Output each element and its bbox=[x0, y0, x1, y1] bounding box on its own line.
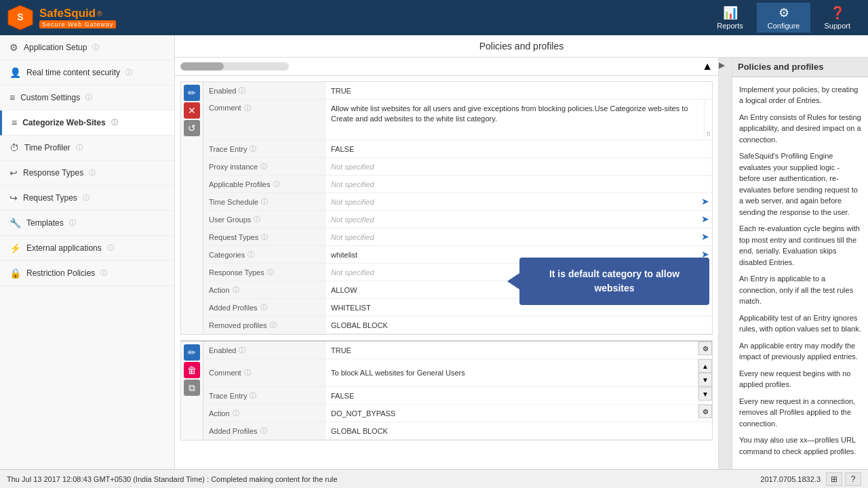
reports-icon: 📊 bbox=[723, 5, 738, 20]
nav-support[interactable]: ❓ Support bbox=[813, 3, 861, 33]
entry2-field-comment: Comment ⓘ To block ALL websites for Gene… bbox=[203, 359, 712, 387]
app-subtitle: Secure Web Gateway bbox=[39, 20, 116, 28]
main-panel: ▲ ✏ ✕ ↺ Enabled bbox=[175, 58, 719, 469]
entry2-enabled-value: TRUE bbox=[326, 342, 698, 359]
entry2-added-profiles-value: GLOBAL BLOCK bbox=[326, 422, 712, 439]
time-profiler-icon: ⏱ bbox=[9, 142, 19, 153]
custom-info: ⓘ bbox=[85, 93, 92, 102]
field-user-groups: User Groups ⓘ Not specified ➤ bbox=[203, 211, 712, 228]
sidebar-item-templates-label: Templates bbox=[26, 218, 64, 228]
field-trace-entry: Trace Entry ⓘ FALSE bbox=[203, 140, 712, 158]
logo: S SafeSquid ® Secure Web Gateway bbox=[7, 4, 116, 31]
sidebar: ⚙ Application Setup ⓘ 👤 Real time conten… bbox=[0, 35, 175, 469]
app-registered: ® bbox=[97, 10, 102, 18]
custom-icon: ≡ bbox=[9, 92, 15, 103]
action-label: Action bbox=[209, 286, 230, 294]
templates-info: ⓘ bbox=[69, 218, 76, 228]
sidebar-item-time-profiler[interactable]: ⏱ Time Profiler ⓘ bbox=[0, 136, 174, 161]
app-setup-icon: ⚙ bbox=[9, 42, 18, 53]
sidebar-item-external-apps[interactable]: ⚡ External applications ⓘ bbox=[0, 236, 174, 261]
status-icon-1[interactable]: ⊞ bbox=[826, 472, 842, 486]
help-p4: Each re-evaluation cycle begins with top… bbox=[739, 223, 861, 268]
entry-2-copy-btn[interactable]: ⧉ bbox=[184, 380, 200, 396]
sidebar-item-request-types-label: Request Types bbox=[23, 193, 77, 203]
entry-1-edit-btn[interactable]: ✏ bbox=[184, 85, 200, 101]
entry-2-delete-btn[interactable]: 🗑 bbox=[184, 362, 200, 378]
restriction-info: ⓘ bbox=[100, 268, 107, 278]
entry2-action-value: DO_NOT_BYPASS bbox=[326, 405, 698, 422]
sidebar-item-restriction[interactable]: 🔒 Restriction Policies ⓘ bbox=[0, 261, 174, 286]
entry2-enabled-controls: ⚙ bbox=[698, 342, 712, 359]
realtime-icon: 👤 bbox=[9, 67, 21, 78]
collapse-icon[interactable]: ▲ bbox=[702, 60, 713, 72]
entry2-action-scroll: ⚙ bbox=[698, 405, 712, 422]
time-profiler-info: ⓘ bbox=[76, 143, 83, 152]
sidebar-item-response-types[interactable]: ↩ Response Types ⓘ bbox=[0, 161, 174, 186]
entry2-trace-value: FALSE bbox=[326, 387, 698, 404]
help-p6: Applicability test of an Entry ignores r… bbox=[739, 312, 861, 335]
sidebar-item-request-types[interactable]: ↪ Request Types ⓘ bbox=[0, 186, 174, 211]
entry-1-actions: ✏ ✕ ↺ bbox=[181, 82, 203, 334]
entry2-scroll-settings[interactable]: ⚙ bbox=[698, 405, 712, 418]
sidebar-toggle-icon[interactable]: ▶ bbox=[719, 60, 725, 70]
entry-1-delete-btn[interactable]: ✕ bbox=[184, 102, 200, 119]
entry2-comment-label: Comment bbox=[209, 369, 241, 377]
sidebar-item-app-setup[interactable]: ⚙ Application Setup ⓘ bbox=[0, 35, 174, 60]
scroll-indicator bbox=[180, 62, 289, 70]
sidebar-item-custom[interactable]: ≡ Custom Settings ⓘ bbox=[0, 85, 174, 110]
status-bar: Thu Jul 13 2017 12:08:43 GMT+0530 (India… bbox=[0, 469, 868, 488]
logo-icon: S bbox=[7, 4, 34, 31]
nav-configure[interactable]: ⚙ Configure bbox=[757, 3, 811, 33]
request-types-info: ⓘ bbox=[83, 193, 90, 203]
user-groups-value: Not specified bbox=[326, 211, 698, 228]
time-schedule-label: Time Schedule bbox=[209, 198, 258, 206]
entry-2-fields: Enabled ⓘ TRUE ⚙ Comment ⓘ bbox=[203, 342, 712, 440]
help-p2: An Entry consists of Rules for testing a… bbox=[739, 112, 861, 146]
enabled-label: Enabled bbox=[209, 87, 236, 95]
sidebar-item-templates[interactable]: 🔧 Templates ⓘ bbox=[0, 211, 174, 236]
proxy-instance-value: Not specified bbox=[326, 158, 712, 175]
nav-configure-label: Configure bbox=[768, 22, 800, 30]
tooltip-bubble: It is default category to allow websites bbox=[519, 258, 709, 305]
sidebar-toggle[interactable]: ▶ bbox=[719, 58, 732, 469]
entry2-comment-value: To block ALL websites for General Users bbox=[326, 359, 698, 386]
time-schedule-value: Not specified bbox=[326, 193, 698, 210]
proxy-instance-label: Proxy instance bbox=[209, 163, 258, 171]
entry2-scroll-down3[interactable]: ▼ bbox=[698, 387, 712, 401]
entry2-trace-label: Trace Entry bbox=[209, 392, 247, 400]
field-time-schedule: Time Schedule ⓘ Not specified ➤ bbox=[203, 193, 712, 211]
request-types-label: Request Types bbox=[209, 233, 258, 241]
help-p8: Every new request begins with no applied… bbox=[739, 368, 861, 390]
collapse-control[interactable]: ▲ bbox=[702, 60, 713, 73]
status-icon-2[interactable]: ? bbox=[845, 472, 861, 486]
help-p9: Every new request in a connection, remov… bbox=[739, 396, 861, 430]
removed-profiles-value: GLOBAL BLOCK bbox=[326, 317, 712, 333]
entry2-scroll-up2[interactable]: ▲ bbox=[698, 359, 712, 373]
content-title: Policies and profiles bbox=[175, 35, 868, 58]
configure-icon: ⚙ bbox=[778, 5, 789, 20]
field-removed-profiles: Removed profiles ⓘ GLOBAL BLOCK bbox=[203, 317, 712, 334]
app-version: 2017.0705.1832.3 bbox=[760, 475, 821, 483]
sidebar-item-realtime[interactable]: 👤 Real time content security ⓘ bbox=[0, 60, 174, 85]
time-schedule-nav[interactable]: ➤ bbox=[698, 193, 712, 210]
comment-value: Allow white list websites for all users … bbox=[326, 100, 704, 140]
tooltip-arrow bbox=[507, 273, 519, 289]
nav-reports[interactable]: 📊 Reports bbox=[706, 3, 754, 33]
categories-label: Categories bbox=[209, 251, 245, 259]
field-comment: Comment ⓘ Allow white list websites for … bbox=[203, 100, 712, 140]
entry2-scroll-down2[interactable]: ▼ bbox=[698, 373, 712, 386]
request-types-nav[interactable]: ➤ bbox=[698, 228, 712, 245]
entry-1-copy-btn[interactable]: ↺ bbox=[184, 120, 200, 136]
user-groups-nav[interactable]: ➤ bbox=[698, 211, 712, 228]
svg-text:S: S bbox=[17, 12, 23, 22]
request-types-value: Not specified bbox=[326, 228, 698, 245]
field-proxy-instance: Proxy instance ⓘ Not specified bbox=[203, 158, 712, 176]
content-area: Policies and profiles ▲ ✏ bbox=[175, 35, 868, 469]
scroll-thumb bbox=[180, 62, 224, 70]
entry2-scroll-up[interactable]: ⚙ bbox=[698, 342, 712, 355]
field-applicable-profiles: Applicable Profiles ⓘ Not specified bbox=[203, 176, 712, 193]
entry2-action-label: Action bbox=[209, 409, 230, 418]
sidebar-item-categorize[interactable]: ≡ Categorize Web-Sites ⓘ bbox=[0, 110, 174, 136]
entry-2-edit-btn[interactable]: ✏ bbox=[184, 344, 200, 361]
restriction-icon: 🔒 bbox=[9, 268, 21, 279]
